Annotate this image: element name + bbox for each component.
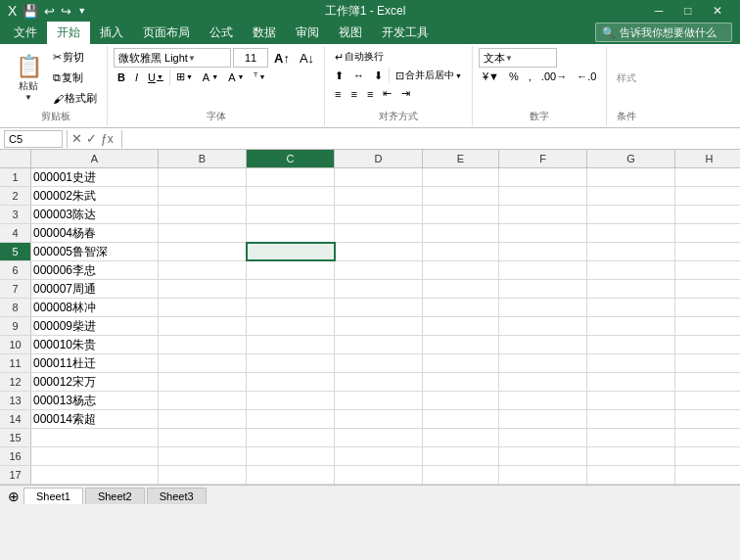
cell[interactable]: 000001史进 — [31, 168, 159, 186]
cell[interactable] — [335, 280, 423, 298]
row-number[interactable]: 1 — [0, 168, 31, 186]
cell[interactable] — [499, 243, 587, 260]
cell[interactable]: 000005鲁智深 — [31, 243, 159, 260]
cell[interactable] — [335, 187, 423, 205]
tab-developer[interactable]: 开发工具 — [372, 22, 439, 44]
row-number[interactable]: 15 — [0, 429, 31, 446]
cell[interactable] — [675, 206, 740, 223]
cell[interactable] — [159, 373, 247, 391]
cell[interactable] — [675, 261, 740, 279]
cell[interactable] — [335, 299, 423, 316]
cell[interactable] — [675, 447, 740, 465]
cell[interactable] — [675, 373, 740, 391]
cell[interactable] — [247, 224, 335, 242]
font-color-button[interactable]: A▼ — [224, 70, 248, 85]
row-number[interactable]: 14 — [0, 410, 31, 428]
tab-file[interactable]: 文件 — [4, 22, 47, 44]
cell[interactable] — [159, 243, 247, 260]
increase-font-button[interactable]: A↑ — [270, 49, 294, 68]
row-number[interactable]: 17 — [0, 466, 31, 484]
cell[interactable] — [335, 429, 423, 446]
quick-save[interactable]: 💾 — [23, 4, 38, 19]
cell[interactable] — [159, 224, 247, 242]
cell[interactable] — [499, 168, 587, 186]
border-button[interactable]: ⊞▼ — [172, 69, 197, 85]
search-box[interactable]: 🔍 告诉我你想要做什么 — [595, 23, 732, 42]
cell[interactable] — [499, 206, 587, 223]
row-number[interactable]: 6 — [0, 261, 31, 279]
cell[interactable] — [587, 261, 675, 279]
sheet-tab-1[interactable]: Sheet1 — [23, 488, 83, 504]
cell[interactable] — [423, 187, 499, 205]
cell[interactable] — [675, 280, 740, 298]
cell[interactable] — [423, 373, 499, 391]
cell[interactable] — [499, 354, 587, 372]
currency-button[interactable]: ¥▼ — [479, 69, 503, 84]
close-button[interactable]: ✕ — [703, 0, 732, 22]
restore-button[interactable]: □ — [673, 0, 703, 22]
cell[interactable]: 000007周通 — [31, 280, 159, 298]
cell[interactable] — [423, 206, 499, 223]
cell[interactable] — [159, 187, 247, 205]
cell[interactable] — [159, 206, 247, 223]
add-sheet-button[interactable]: ⊕ — [4, 489, 23, 504]
cell[interactable] — [247, 317, 335, 335]
cell[interactable] — [159, 410, 247, 428]
row-number[interactable]: 12 — [0, 373, 31, 391]
cell[interactable] — [247, 280, 335, 298]
cell[interactable]: 000014索超 — [31, 410, 159, 428]
cell[interactable] — [31, 466, 159, 484]
cell[interactable] — [675, 224, 740, 242]
cell[interactable] — [247, 429, 335, 446]
cell[interactable] — [423, 392, 499, 409]
cell[interactable] — [247, 410, 335, 428]
cell[interactable] — [423, 243, 499, 260]
align-right-button[interactable]: ≡ — [363, 86, 377, 102]
comma-button[interactable]: , — [525, 69, 535, 84]
cell[interactable] — [335, 373, 423, 391]
cell[interactable] — [247, 206, 335, 223]
font-size-box[interactable]: 11 — [233, 48, 268, 68]
number-format-dropdown[interactable]: ▼ — [505, 54, 513, 63]
row-number[interactable]: 13 — [0, 392, 31, 409]
cancel-formula-icon[interactable]: ✕ — [71, 131, 82, 146]
tab-data[interactable]: 数据 — [243, 22, 286, 44]
quick-undo[interactable]: ↩ — [44, 4, 55, 19]
cell[interactable] — [247, 299, 335, 316]
cell[interactable] — [31, 447, 159, 465]
cell[interactable] — [675, 187, 740, 205]
increase-indent-button[interactable]: ⇥ — [397, 85, 414, 102]
cell[interactable] — [587, 429, 675, 446]
cell[interactable] — [159, 261, 247, 279]
quick-redo[interactable]: ↪ — [61, 4, 71, 19]
cell[interactable] — [335, 392, 423, 409]
font-name-dropdown[interactable]: ▼ — [188, 54, 196, 63]
cell[interactable] — [499, 224, 587, 242]
cell[interactable] — [247, 243, 335, 260]
align-left-button[interactable]: ≡ — [331, 86, 345, 102]
sheet-tab-3[interactable]: Sheet3 — [147, 488, 207, 504]
cell[interactable] — [159, 299, 247, 316]
tab-insert[interactable]: 插入 — [90, 22, 133, 44]
cut-button[interactable]: ✂ 剪切 — [49, 48, 101, 67]
col-header-h[interactable]: H — [675, 150, 740, 167]
cell[interactable] — [423, 466, 499, 484]
row-number[interactable]: 11 — [0, 354, 31, 372]
cell[interactable] — [159, 447, 247, 465]
cell[interactable] — [587, 410, 675, 428]
row-number[interactable]: 16 — [0, 447, 31, 465]
cell[interactable]: 000006李忠 — [31, 261, 159, 279]
cell[interactable]: 000004杨春 — [31, 224, 159, 242]
cell[interactable] — [675, 317, 740, 335]
cell[interactable] — [423, 299, 499, 316]
cell[interactable] — [335, 410, 423, 428]
cell[interactable] — [423, 168, 499, 186]
cell[interactable] — [335, 317, 423, 335]
cell[interactable] — [499, 373, 587, 391]
col-header-c[interactable]: C — [247, 150, 335, 167]
cell[interactable]: 000002朱武 — [31, 187, 159, 205]
cell[interactable] — [335, 447, 423, 465]
align-bottom-button[interactable]: ⬇ — [370, 68, 387, 84]
percent-button[interactable]: % — [505, 69, 523, 84]
col-header-b[interactable]: B — [159, 150, 247, 167]
